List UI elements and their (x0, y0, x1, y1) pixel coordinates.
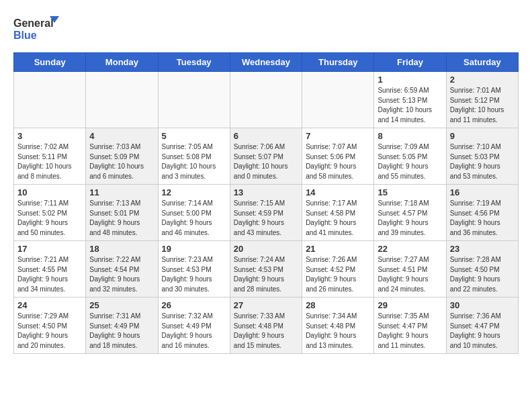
day-number: 24 (17, 300, 82, 310)
calendar-header-row: SundayMondayTuesdayWednesdayThursdayFrid… (14, 53, 519, 72)
day-number: 2 (450, 75, 515, 85)
calendar-cell: 18Sunrise: 7:22 AM Sunset: 4:54 PM Dayli… (86, 241, 158, 298)
day-info: Sunrise: 7:29 AM Sunset: 4:50 PM Dayligh… (17, 312, 82, 351)
day-number: 16 (450, 187, 515, 197)
day-info: Sunrise: 7:13 AM Sunset: 5:01 PM Dayligh… (89, 199, 154, 238)
calendar-cell (230, 72, 302, 128)
day-info: Sunrise: 7:31 AM Sunset: 4:49 PM Dayligh… (89, 312, 154, 351)
calendar-cell: 5Sunrise: 7:05 AM Sunset: 5:08 PM Daylig… (158, 128, 230, 185)
calendar-cell: 29Sunrise: 7:35 AM Sunset: 4:47 PM Dayli… (374, 298, 446, 354)
logo-svg: GeneralBlue (13, 13, 60, 46)
day-number: 17 (17, 244, 82, 254)
day-number: 12 (162, 187, 226, 197)
svg-text:Blue: Blue (13, 30, 37, 41)
calendar-cell: 17Sunrise: 7:21 AM Sunset: 4:55 PM Dayli… (14, 241, 86, 298)
week-row-5: 24Sunrise: 7:29 AM Sunset: 4:50 PM Dayli… (14, 298, 519, 354)
day-number: 19 (162, 244, 226, 254)
day-info: Sunrise: 7:35 AM Sunset: 4:47 PM Dayligh… (378, 312, 442, 351)
day-info: Sunrise: 7:22 AM Sunset: 4:54 PM Dayligh… (89, 255, 154, 294)
day-info: Sunrise: 7:03 AM Sunset: 5:09 PM Dayligh… (89, 142, 154, 181)
page-header: GeneralBlue (13, 13, 519, 46)
day-number: 30 (450, 300, 515, 310)
calendar-cell: 27Sunrise: 7:33 AM Sunset: 4:48 PM Dayli… (230, 298, 302, 354)
day-info: Sunrise: 7:09 AM Sunset: 5:05 PM Dayligh… (378, 142, 442, 181)
day-number: 3 (17, 131, 82, 141)
calendar-cell: 15Sunrise: 7:18 AM Sunset: 4:57 PM Dayli… (374, 185, 446, 241)
day-info: Sunrise: 7:18 AM Sunset: 4:57 PM Dayligh… (378, 199, 442, 238)
header-friday: Friday (374, 53, 446, 72)
calendar-cell: 10Sunrise: 7:11 AM Sunset: 5:02 PM Dayli… (14, 185, 86, 241)
day-number: 15 (378, 187, 442, 197)
calendar-cell: 30Sunrise: 7:36 AM Sunset: 4:47 PM Dayli… (446, 298, 518, 354)
header-thursday: Thursday (302, 53, 374, 72)
calendar-cell: 20Sunrise: 7:24 AM Sunset: 4:53 PM Dayli… (230, 241, 302, 298)
day-number: 21 (306, 244, 370, 254)
calendar-table: SundayMondayTuesdayWednesdayThursdayFrid… (13, 52, 519, 354)
week-row-4: 17Sunrise: 7:21 AM Sunset: 4:55 PM Dayli… (14, 241, 519, 298)
week-row-3: 10Sunrise: 7:11 AM Sunset: 5:02 PM Dayli… (14, 185, 519, 241)
week-row-2: 3Sunrise: 7:02 AM Sunset: 5:11 PM Daylig… (14, 128, 519, 185)
day-info: Sunrise: 7:07 AM Sunset: 5:06 PM Dayligh… (306, 142, 370, 181)
day-info: Sunrise: 7:14 AM Sunset: 5:00 PM Dayligh… (162, 199, 226, 238)
day-info: Sunrise: 7:11 AM Sunset: 5:02 PM Dayligh… (17, 199, 82, 238)
day-info: Sunrise: 7:05 AM Sunset: 5:08 PM Dayligh… (162, 142, 226, 181)
header-sunday: Sunday (14, 53, 86, 72)
day-number: 4 (89, 131, 154, 141)
calendar-cell: 25Sunrise: 7:31 AM Sunset: 4:49 PM Dayli… (86, 298, 158, 354)
calendar-cell: 22Sunrise: 7:27 AM Sunset: 4:51 PM Dayli… (374, 241, 446, 298)
logo: GeneralBlue (13, 13, 60, 46)
day-number: 18 (89, 244, 154, 254)
day-info: Sunrise: 7:23 AM Sunset: 4:53 PM Dayligh… (162, 255, 226, 294)
calendar-cell (86, 72, 158, 128)
day-info: Sunrise: 7:26 AM Sunset: 4:52 PM Dayligh… (306, 255, 370, 294)
calendar-cell: 9Sunrise: 7:10 AM Sunset: 5:03 PM Daylig… (446, 128, 518, 185)
header-saturday: Saturday (446, 53, 518, 72)
day-number: 26 (162, 300, 226, 310)
day-number: 23 (450, 244, 515, 254)
day-number: 8 (378, 131, 442, 141)
calendar-cell: 1Sunrise: 6:59 AM Sunset: 5:13 PM Daylig… (374, 72, 446, 128)
day-info: Sunrise: 7:27 AM Sunset: 4:51 PM Dayligh… (378, 255, 442, 294)
week-row-1: 1Sunrise: 6:59 AM Sunset: 5:13 PM Daylig… (14, 72, 519, 128)
day-info: Sunrise: 6:59 AM Sunset: 5:13 PM Dayligh… (378, 86, 442, 125)
calendar-cell (302, 72, 374, 128)
day-info: Sunrise: 7:21 AM Sunset: 4:55 PM Dayligh… (17, 255, 82, 294)
header-monday: Monday (86, 53, 158, 72)
day-info: Sunrise: 7:15 AM Sunset: 4:59 PM Dayligh… (234, 199, 298, 238)
calendar-cell (14, 72, 86, 128)
day-info: Sunrise: 7:06 AM Sunset: 5:07 PM Dayligh… (234, 142, 298, 181)
svg-text:General: General (13, 17, 54, 29)
day-info: Sunrise: 7:24 AM Sunset: 4:53 PM Dayligh… (234, 255, 298, 294)
day-number: 25 (89, 300, 154, 310)
calendar-cell: 8Sunrise: 7:09 AM Sunset: 5:05 PM Daylig… (374, 128, 446, 185)
calendar-cell: 6Sunrise: 7:06 AM Sunset: 5:07 PM Daylig… (230, 128, 302, 185)
calendar-cell: 11Sunrise: 7:13 AM Sunset: 5:01 PM Dayli… (86, 185, 158, 241)
header-tuesday: Tuesday (158, 53, 230, 72)
calendar-cell (158, 72, 230, 128)
calendar-cell: 14Sunrise: 7:17 AM Sunset: 4:58 PM Dayli… (302, 185, 374, 241)
calendar-cell: 12Sunrise: 7:14 AM Sunset: 5:00 PM Dayli… (158, 185, 230, 241)
day-info: Sunrise: 7:02 AM Sunset: 5:11 PM Dayligh… (17, 142, 82, 181)
day-number: 5 (162, 131, 226, 141)
day-info: Sunrise: 7:28 AM Sunset: 4:50 PM Dayligh… (450, 255, 515, 294)
calendar-cell: 28Sunrise: 7:34 AM Sunset: 4:48 PM Dayli… (302, 298, 374, 354)
day-number: 10 (17, 187, 82, 197)
calendar-cell: 26Sunrise: 7:32 AM Sunset: 4:49 PM Dayli… (158, 298, 230, 354)
calendar-cell: 24Sunrise: 7:29 AM Sunset: 4:50 PM Dayli… (14, 298, 86, 354)
calendar-cell: 2Sunrise: 7:01 AM Sunset: 5:12 PM Daylig… (446, 72, 518, 128)
day-number: 28 (306, 300, 370, 310)
day-number: 13 (234, 187, 298, 197)
day-number: 1 (378, 75, 442, 85)
day-number: 20 (234, 244, 298, 254)
calendar-cell: 23Sunrise: 7:28 AM Sunset: 4:50 PM Dayli… (446, 241, 518, 298)
day-number: 14 (306, 187, 370, 197)
day-number: 22 (378, 244, 442, 254)
calendar-cell: 7Sunrise: 7:07 AM Sunset: 5:06 PM Daylig… (302, 128, 374, 185)
day-info: Sunrise: 7:33 AM Sunset: 4:48 PM Dayligh… (234, 312, 298, 351)
day-info: Sunrise: 7:19 AM Sunset: 4:56 PM Dayligh… (450, 199, 515, 238)
day-number: 29 (378, 300, 442, 310)
calendar-cell: 16Sunrise: 7:19 AM Sunset: 4:56 PM Dayli… (446, 185, 518, 241)
header-wednesday: Wednesday (230, 53, 302, 72)
calendar-cell: 4Sunrise: 7:03 AM Sunset: 5:09 PM Daylig… (86, 128, 158, 185)
day-number: 9 (450, 131, 515, 141)
